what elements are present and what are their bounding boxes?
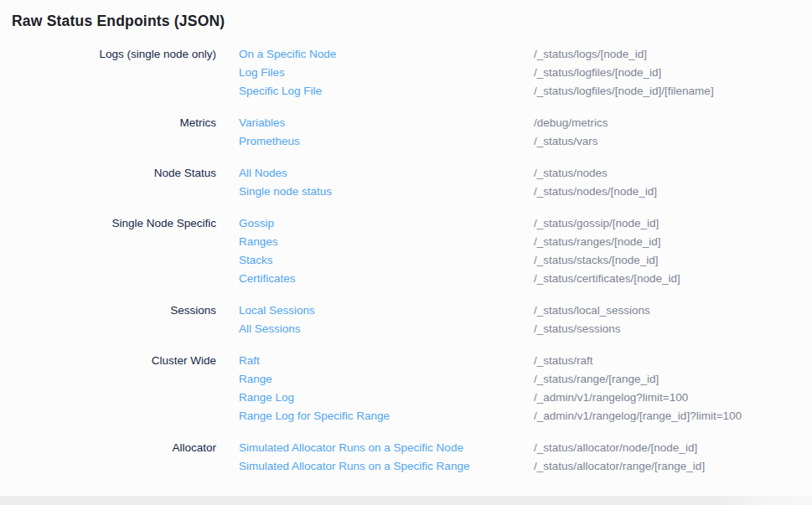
endpoint-link[interactable]: Range Log [239,389,534,407]
group-paths: /_status/logs/[node_id]/_status/logfiles… [534,45,812,100]
endpoint-group: Sessions Local SessionsAll Sessions /_st… [0,301,812,338]
page-title: Raw Status Endpoints (JSON) [0,0,812,32]
endpoint-path: /_status/local_sessions [534,301,812,320]
group-paths: /_status/local_sessions/_status/sessions [534,301,812,338]
endpoint-group: Cluster Wide RaftRangeRange LogRange Log… [0,352,812,425]
endpoint-path: /_status/gossip/[node_id] [534,214,812,233]
endpoint-link[interactable]: Gossip [239,214,534,233]
group-links: All NodesSingle node status [239,164,534,201]
group-label: Cluster Wide [0,352,216,370]
endpoint-path: /_status/allocator/node/[node_id] [534,439,812,457]
endpoint-path: /debug/metrics [534,114,812,132]
endpoint-path: /_status/nodes/[node_id] [534,183,812,201]
endpoint-path: /_status/allocator/range/[range_id] [534,457,812,476]
endpoint-link[interactable]: Range [239,370,534,389]
group-label: Metrics [0,114,216,132]
endpoint-link[interactable]: All Sessions [239,320,534,338]
endpoint-link[interactable]: Variables [239,114,534,132]
endpoint-path: /_status/logs/[node_id] [534,45,812,64]
group-links: GossipRangesStacksCertificates [239,214,534,288]
endpoint-link[interactable]: Local Sessions [239,301,534,320]
endpoint-link[interactable]: Specific Log File [239,82,534,100]
endpoint-group: Metrics VariablesPrometheus /debug/metri… [0,114,812,151]
endpoint-link[interactable]: Certificates [239,270,534,288]
endpoint-link[interactable]: Stacks [239,251,534,270]
endpoint-path: /_status/vars [534,132,812,151]
endpoint-link[interactable]: On a Specific Node [239,45,534,64]
group-links: VariablesPrometheus [239,114,534,151]
endpoint-group: Allocator Simulated Allocator Runs on a … [0,439,812,476]
endpoints-list: Logs (single node only) On a Specific No… [0,45,812,476]
endpoint-path: /_status/certificates/[node_id] [534,270,812,288]
endpoint-path: /_status/raft [534,352,812,370]
bottom-divider [0,496,812,505]
endpoint-path: /_status/ranges/[node_id] [534,233,812,251]
endpoint-path: /_admin/v1/rangelog/[range_id]?limit=100 [534,407,812,425]
endpoint-link[interactable]: Simulated Allocator Runs on a Specific N… [239,439,534,457]
endpoint-path: /_status/range/[range_id] [534,370,812,389]
endpoint-link[interactable]: Prometheus [239,132,534,151]
endpoint-link[interactable]: All Nodes [239,164,534,183]
group-label: Sessions [0,301,216,320]
endpoint-path: /_status/logfiles/[node_id] [534,64,812,82]
group-label: Single Node Specific [0,214,216,233]
group-label: Logs (single node only) [0,45,216,64]
endpoint-link[interactable]: Simulated Allocator Runs on a Specific R… [239,457,534,476]
endpoint-link[interactable]: Single node status [239,183,534,201]
group-label: Node Status [0,164,216,183]
group-label: Allocator [0,439,216,457]
endpoint-group: Single Node Specific GossipRangesStacksC… [0,214,812,288]
group-links: On a Specific NodeLog FilesSpecific Log … [239,45,534,100]
endpoint-path: /_status/stacks/[node_id] [534,251,812,270]
endpoint-path: /_status/sessions [534,320,812,338]
group-paths: /_status/gossip/[node_id]/_status/ranges… [534,214,812,288]
group-links: Local SessionsAll Sessions [239,301,534,338]
group-paths: /_status/nodes/_status/nodes/[node_id] [534,164,812,201]
endpoint-path: /_status/nodes [534,164,812,183]
group-links: Simulated Allocator Runs on a Specific N… [239,439,534,476]
endpoint-path: /_status/logfiles/[node_id]/[filename] [534,82,812,100]
endpoint-link[interactable]: Log Files [239,64,534,82]
group-paths: /_status/allocator/node/[node_id]/_statu… [534,439,812,476]
group-paths: /_status/raft/_status/range/[range_id]/_… [534,352,812,425]
group-links: RaftRangeRange LogRange Log for Specific… [239,352,534,425]
endpoint-group: Logs (single node only) On a Specific No… [0,45,812,100]
endpoint-link[interactable]: Raft [239,352,534,370]
endpoint-path: /_admin/v1/rangelog?limit=100 [534,389,812,407]
group-paths: /debug/metrics/_status/vars [534,114,812,151]
endpoint-link[interactable]: Range Log for Specific Range [239,407,534,425]
endpoint-group: Node Status All NodesSingle node status … [0,164,812,201]
endpoint-link[interactable]: Ranges [239,233,534,251]
